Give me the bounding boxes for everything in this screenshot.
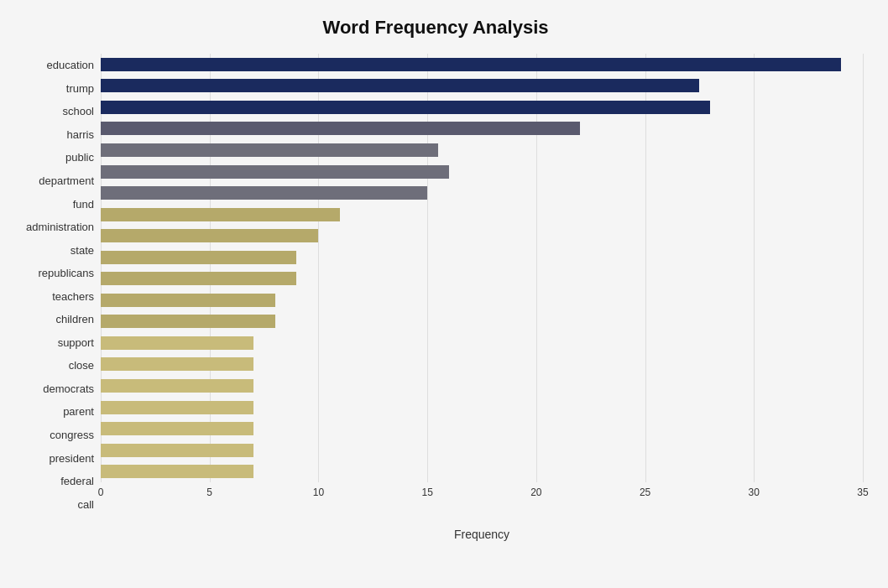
bar — [101, 336, 253, 350]
bar — [101, 272, 296, 285]
y-label: administration — [26, 218, 94, 237]
x-tick: 30 — [749, 487, 760, 498]
y-axis: educationtrumpschoolharrispublicdepartme… — [8, 54, 101, 516]
y-label: school — [62, 102, 94, 121]
y-label: parent — [63, 403, 94, 421]
bar-row — [101, 227, 863, 244]
bar — [101, 122, 580, 135]
bar — [101, 165, 449, 179]
y-label: close — [69, 356, 94, 375]
x-tick: 0 — [98, 487, 104, 498]
bars-area — [101, 54, 863, 482]
x-tick: 5 — [206, 487, 212, 498]
bar-row — [101, 99, 863, 116]
bars-wrapper — [101, 54, 863, 482]
bar — [101, 186, 427, 200]
chart-title: Word Frequency Analysis — [8, 17, 863, 39]
y-label: public — [65, 148, 94, 167]
y-label: president — [50, 449, 94, 467]
bar-row — [101, 335, 863, 351]
y-label: department — [39, 172, 94, 190]
bar — [101, 444, 253, 457]
bar-row — [101, 185, 863, 201]
bar — [101, 251, 296, 264]
x-tick: 20 — [530, 487, 541, 498]
bar-row — [101, 77, 863, 94]
y-label: support — [58, 333, 94, 351]
bar-row — [101, 120, 863, 137]
y-label: call — [77, 495, 94, 513]
y-label: state — [71, 241, 94, 259]
bar-row — [101, 270, 863, 287]
bar-row — [101, 420, 863, 437]
bar-row — [101, 206, 863, 223]
bar — [101, 294, 275, 307]
chart-container: Word Frequency Analysis educationtrumpsc… — [0, 0, 888, 588]
y-label: teachers — [52, 287, 94, 305]
grid-line — [863, 54, 864, 482]
bar-row — [101, 142, 863, 159]
bar — [101, 79, 699, 92]
bars-and-xaxis: Frequency 05101520253035 — [101, 54, 863, 516]
chart-area: educationtrumpschoolharrispublicdepartme… — [8, 54, 863, 516]
x-tick: 35 — [857, 487, 868, 498]
y-label: fund — [73, 195, 94, 213]
bar-row — [101, 356, 863, 372]
bar-row — [101, 164, 863, 180]
bar — [101, 208, 340, 221]
y-label: children — [55, 310, 94, 329]
x-axis: Frequency 05101520253035 — [101, 482, 863, 516]
y-label: republicans — [39, 264, 95, 283]
bar — [101, 229, 318, 242]
bar-row — [101, 249, 863, 266]
x-tick: 10 — [313, 487, 324, 498]
y-label: education — [47, 56, 94, 75]
bar — [101, 357, 253, 371]
bar — [101, 315, 275, 328]
x-axis-label: Frequency — [454, 528, 509, 541]
x-tick: 15 — [421, 487, 432, 498]
bar — [101, 379, 253, 393]
bar-row — [101, 399, 863, 416]
bar-row — [101, 463, 863, 480]
bar — [101, 401, 253, 414]
bar — [101, 58, 841, 71]
bar — [101, 101, 710, 114]
bar — [101, 143, 438, 157]
y-label: federal — [60, 472, 94, 491]
bar — [101, 465, 253, 478]
bar-row — [101, 377, 863, 394]
y-label: democrats — [43, 379, 94, 398]
bar-row — [101, 313, 863, 330]
y-label: harris — [66, 125, 94, 143]
bar — [101, 422, 253, 435]
x-tick: 25 — [640, 487, 650, 498]
bar-row — [101, 442, 863, 459]
y-label: trump — [66, 79, 94, 97]
y-label: congress — [50, 426, 94, 445]
bar-row — [101, 292, 863, 309]
bar-row — [101, 56, 863, 73]
